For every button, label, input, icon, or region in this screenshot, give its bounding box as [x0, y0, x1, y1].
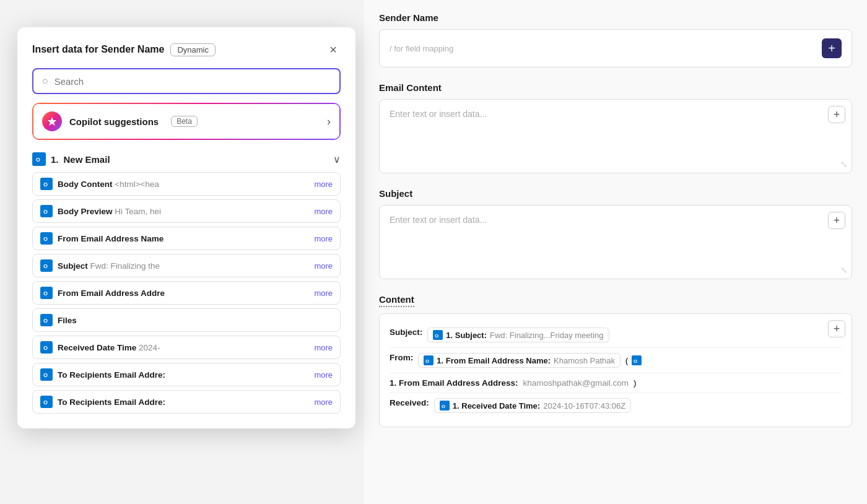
chevron-down-icon[interactable]: ∨ [333, 154, 341, 165]
copilot-label: Copilot suggestions [69, 116, 159, 127]
content-section: Content + Subject: O 1. Subject: Fwd: Fi… [379, 294, 852, 427]
tag-value: 2024-10-16T07:43:06Z [543, 401, 625, 411]
list-item[interactable]: O To Recipients Email Addre: more [32, 363, 341, 386]
tag-outlook-icon: O [433, 330, 443, 340]
insert-data-modal: Insert data for Sender Name Dynamic × ○ … [17, 27, 355, 428]
modal-title-text: Insert data for Sender Name [32, 44, 164, 55]
subject-textarea: + Enter text or insert data... ⤡ [379, 205, 852, 279]
list-item[interactable]: O To Recipients Email Addre: more [32, 390, 341, 414]
item-outlook-icon: O [40, 259, 53, 272]
list-item[interactable]: O Files [32, 308, 341, 332]
item-outlook-icon: O [40, 341, 53, 354]
item-outlook-icon: O [40, 314, 53, 326]
item-text: Body Content <html><hea [58, 180, 309, 189]
outlook-icon: O [32, 152, 46, 166]
sender-name-hint: / for field mapping [390, 44, 453, 53]
section-title-text: New Email [64, 154, 110, 165]
more-link[interactable]: more [314, 234, 333, 243]
tag-value: Fwd: Finalizing...Friday meeting [490, 331, 604, 340]
copilot-suggestions-row[interactable]: Copilot suggestions Beta › [32, 103, 341, 140]
right-panel: Sender Name / for field mapping + Email … [364, 0, 867, 504]
list-item[interactable]: O Received Date Time 2024- more [32, 336, 341, 359]
list-item[interactable]: O From Email Address Name more [32, 227, 341, 250]
address-value: khamoshpathak@gmail.com [523, 378, 629, 388]
svg-text:O: O [43, 263, 48, 269]
paren-open: ( [623, 356, 628, 365]
copilot-icon [42, 111, 62, 131]
svg-text:O: O [425, 358, 429, 364]
item-text: Files [58, 316, 333, 325]
address-row-content: 1. From Email Address Address: khamoshpa… [390, 378, 637, 388]
item-outlook-icon: O [40, 396, 53, 408]
email-content-placeholder: Enter text or insert data... [390, 109, 487, 119]
section-title: O 1. New Email [32, 152, 110, 166]
sender-name-field: / for field mapping + [379, 29, 852, 67]
copilot-left: Copilot suggestions Beta [42, 111, 198, 131]
items-list: O Body Content <html><hea more O Body Pr… [32, 172, 341, 414]
list-item[interactable]: O Subject Fwd: Finalizing the more [32, 254, 341, 277]
subject-add-button[interactable]: + [828, 212, 845, 229]
svg-text:O: O [43, 290, 48, 297]
svg-text:O: O [43, 372, 48, 378]
list-item[interactable]: O Body Content <html><hea more [32, 172, 341, 196]
more-link[interactable]: more [314, 343, 333, 352]
search-container: ○ [32, 68, 341, 94]
modal-header: Insert data for Sender Name Dynamic × [32, 42, 341, 57]
close-button[interactable]: × [326, 42, 341, 57]
svg-text:O: O [43, 181, 48, 188]
svg-text:O: O [435, 333, 438, 339]
more-link[interactable]: more [314, 207, 333, 216]
svg-text:O: O [634, 358, 637, 364]
item-outlook-icon: O [40, 287, 53, 299]
subject-label: Subject [379, 188, 852, 199]
inline-outlook-icon: O [632, 355, 642, 365]
item-outlook-icon: O [40, 178, 53, 190]
tag-label: 1. Received Date Time: [453, 401, 540, 411]
sender-name-section: Sender Name / for field mapping + [379, 12, 852, 67]
list-item[interactable]: O From Email Address Addre more [32, 281, 341, 305]
subject-placeholder: Enter text or insert data... [390, 215, 487, 225]
svg-text:O: O [442, 404, 445, 409]
content-subject-row: Subject: O 1. Subject: Fwd: Finalizing..… [390, 323, 842, 348]
more-link[interactable]: more [314, 370, 333, 380]
tag-value: Khamosh Pathak [554, 356, 615, 365]
content-subject-tag[interactable]: O 1. Subject: Fwd: Finalizing...Friday m… [427, 328, 609, 342]
search-input[interactable] [54, 76, 331, 87]
item-text: From Email Address Name [58, 234, 309, 243]
paren-close: ) [634, 378, 637, 388]
content-address-row: 1. From Email Address Address: khamoshpa… [390, 373, 842, 393]
sender-name-add-button[interactable]: + [822, 38, 842, 58]
section-number: 1. [51, 154, 59, 165]
more-link[interactable]: more [314, 261, 333, 271]
svg-text:O: O [43, 345, 48, 351]
content-add-button[interactable]: + [828, 320, 845, 337]
email-content-add-button[interactable]: + [828, 106, 845, 123]
section-header: O 1. New Email ∨ [32, 149, 341, 172]
item-text: Subject Fwd: Finalizing the [58, 261, 309, 271]
dynamic-badge: Dynamic [170, 43, 216, 56]
svg-text:O: O [43, 318, 48, 324]
subject-section: Subject + Enter text or insert data... ⤡ [379, 188, 852, 279]
modal-title: Insert data for Sender Name Dynamic [32, 43, 216, 56]
svg-text:O: O [43, 399, 48, 406]
address-label: 1. From Email Address Address: [390, 378, 518, 388]
item-text: From Email Address Addre [58, 289, 309, 298]
content-from-tag[interactable]: O 1. From Email Address Name: Khamosh Pa… [418, 353, 621, 368]
content-row-label: From: [390, 353, 413, 362]
more-link[interactable]: more [314, 398, 333, 407]
from-row-content: O 1. From Email Address Name: Khamosh Pa… [418, 353, 643, 368]
svg-marker-0 [48, 117, 56, 126]
item-text: To Recipients Email Addre: [58, 370, 309, 380]
more-link[interactable]: more [314, 180, 333, 189]
chevron-right-icon: › [327, 115, 331, 128]
content-row-label: Subject: [390, 328, 422, 337]
content-from-row: From: O 1. From Email Address Name: Kham… [390, 348, 842, 373]
svg-text:O: O [36, 157, 40, 163]
email-content-label: Email Content [379, 82, 852, 93]
sender-name-label: Sender Name [379, 12, 852, 23]
content-received-tag[interactable]: O 1. Received Date Time: 2024-10-16T07:4… [434, 398, 631, 413]
list-item[interactable]: O Body Preview Hi Team, hei more [32, 199, 341, 223]
svg-text:O: O [43, 236, 48, 242]
more-link[interactable]: more [314, 289, 333, 298]
beta-badge: Beta [171, 116, 198, 127]
